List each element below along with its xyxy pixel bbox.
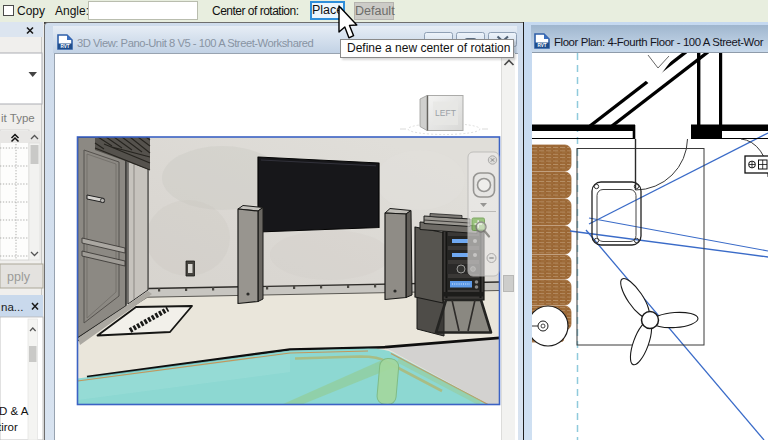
- svg-text:RVT: RVT: [537, 43, 546, 48]
- svg-text:RVT: RVT: [60, 44, 69, 49]
